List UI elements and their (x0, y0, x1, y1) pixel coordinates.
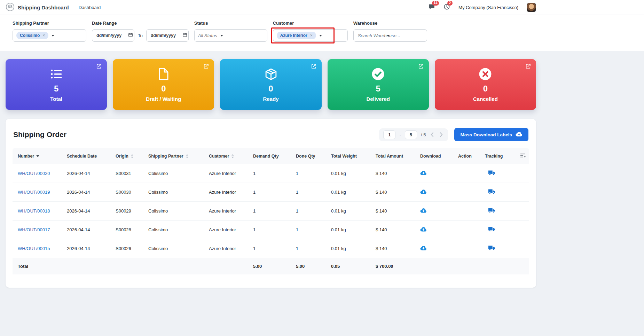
total-label: Total (13, 258, 63, 275)
origin-cell: S00030 (112, 183, 145, 202)
messages-button[interactable]: 14 (428, 3, 435, 11)
order-number-link[interactable]: WH/OUT/00018 (18, 208, 50, 214)
col-origin[interactable]: Origin (112, 148, 145, 164)
col-total-weight: Total Weight (328, 148, 372, 164)
origin-cell: S00031 (112, 164, 145, 183)
total-amount-cell: $ 140 (372, 164, 417, 183)
stat-cards: 5 Total 0 Draft / Waiting 0 Ready (6, 59, 536, 110)
external-link-icon[interactable] (525, 63, 531, 71)
truck-icon[interactable] (488, 245, 495, 251)
order-number-link[interactable]: WH/OUT/00020 (18, 171, 50, 176)
customer-tag-label: Azure Interior (280, 33, 307, 38)
cloud-download-icon[interactable] (420, 189, 427, 194)
table-row: WH/OUT/00015 2026-04-14 S00026 Colissimo… (13, 239, 529, 258)
order-number-link[interactable]: WH/OUT/00019 (18, 190, 50, 195)
table-header-row: Number Schedule Date Origin Shipping Par… (13, 148, 529, 164)
total-amount-cell: $ 140 (372, 239, 417, 258)
customer-tag: Azure Interior × (277, 32, 316, 39)
pagination: 1 - 5 / 5 (379, 128, 448, 141)
remove-tag-icon[interactable]: × (42, 33, 45, 38)
cloud-download-icon[interactable] (420, 170, 427, 176)
total-amount: $ 700.00 (372, 258, 417, 275)
order-number-link[interactable]: WH/OUT/00017 (18, 227, 50, 232)
truck-icon[interactable] (488, 170, 495, 176)
total-weight: 0.05 (328, 258, 372, 275)
remove-tag-icon[interactable]: × (310, 33, 313, 38)
calendar-icon[interactable] (128, 32, 133, 39)
truck-icon[interactable] (488, 208, 495, 213)
order-number-link[interactable]: WH/OUT/00015 (18, 246, 50, 251)
avatar[interactable] (527, 3, 536, 12)
col-number[interactable]: Number (13, 148, 63, 164)
chevron-right-icon[interactable] (439, 132, 444, 137)
external-link-icon[interactable] (203, 63, 209, 71)
calendar-icon[interactable] (182, 32, 187, 39)
optional-columns-icon[interactable] (520, 153, 526, 159)
col-customer[interactable]: Customer (205, 148, 250, 164)
stat-label: Total (50, 96, 62, 102)
truck-icon[interactable] (488, 226, 495, 232)
col-done-qty: Done Qty (292, 148, 328, 164)
stat-card-ready[interactable]: 0 Ready (220, 59, 321, 110)
demand-qty-cell: 1 (250, 202, 292, 221)
sort-icon (131, 154, 134, 158)
date-to-field[interactable] (146, 29, 189, 42)
cloud-download-icon[interactable] (420, 246, 427, 251)
chevron-down-icon (52, 35, 54, 37)
schedule-date-cell: 2026-04-14 (63, 239, 112, 258)
filter-date-range: Date Range To (92, 21, 189, 42)
filter-status: Status All Status (194, 21, 267, 42)
col-tracking: Tracking (481, 148, 517, 164)
action-cell (455, 239, 481, 258)
pagination-start[interactable]: 1 (383, 130, 395, 139)
schedule-date-cell: 2026-04-14 (63, 183, 112, 202)
cloud-download-icon[interactable] (420, 227, 427, 232)
warehouse-search-input[interactable] (357, 33, 402, 39)
schedule-date-cell: 2026-04-14 (63, 202, 112, 221)
external-link-icon[interactable] (96, 63, 102, 71)
external-link-icon[interactable] (311, 63, 317, 71)
warehouse-search-field[interactable] (353, 29, 427, 42)
action-cell (455, 164, 481, 183)
stat-card-draft-waiting[interactable]: 0 Draft / Waiting (113, 59, 214, 110)
status-select[interactable]: All Status (194, 29, 267, 42)
date-from-input[interactable] (96, 33, 125, 38)
external-link-icon[interactable] (418, 63, 424, 71)
done-qty-cell: 1 (292, 239, 328, 258)
col-options (517, 148, 529, 164)
company-switcher[interactable]: My Company (San Francisco) (458, 5, 518, 10)
customer-select[interactable]: Azure Interior × (273, 29, 348, 42)
stat-label: Cancelled (473, 96, 498, 102)
chevron-left-icon[interactable] (430, 132, 435, 137)
total-weight-cell: 0.01 kg (328, 164, 372, 183)
total-weight-cell: 0.01 kg (328, 183, 372, 202)
truck-icon[interactable] (488, 189, 495, 194)
pagination-end[interactable]: 5 (405, 130, 417, 139)
shipping-order-table: Number Schedule Date Origin Shipping Par… (13, 148, 529, 274)
col-schedule-date: Schedule Date (63, 148, 112, 164)
demand-qty-cell: 1 (250, 221, 292, 239)
col-shipping-partner[interactable]: Shipping Partner (145, 148, 205, 164)
origin-cell: S00028 (112, 221, 145, 239)
date-to-input[interactable] (150, 33, 179, 38)
stat-card-total[interactable]: 5 Total (6, 59, 107, 110)
stat-value: 0 (161, 84, 166, 94)
shipping-partner-select[interactable]: Colissimo × (13, 29, 86, 42)
app-brand[interactable]: Shipping Dashboard (6, 2, 69, 13)
stat-card-cancelled[interactable]: 0 Cancelled (435, 59, 536, 110)
pagination-total: / 5 (421, 132, 426, 137)
total-amount-cell: $ 140 (372, 202, 417, 221)
stat-card-delivered[interactable]: 5 Delivered (328, 59, 429, 110)
date-from-field[interactable] (92, 29, 134, 42)
mass-download-labels-button[interactable]: Mass Download Labels (454, 128, 528, 141)
activities-button[interactable]: 2 (443, 3, 450, 11)
origin-cell: S00029 (112, 202, 145, 221)
cloud-download-icon[interactable] (420, 208, 427, 213)
status-label: Status (194, 21, 267, 26)
menu-dashboard[interactable]: Dashboard (79, 5, 101, 10)
chevron-down-icon (220, 35, 223, 37)
mass-download-labels-label: Mass Download Labels (460, 132, 512, 137)
customer-cell: Azure Interior (205, 183, 250, 202)
stat-value: 5 (376, 84, 380, 94)
demand-qty-cell: 1 (250, 164, 292, 183)
